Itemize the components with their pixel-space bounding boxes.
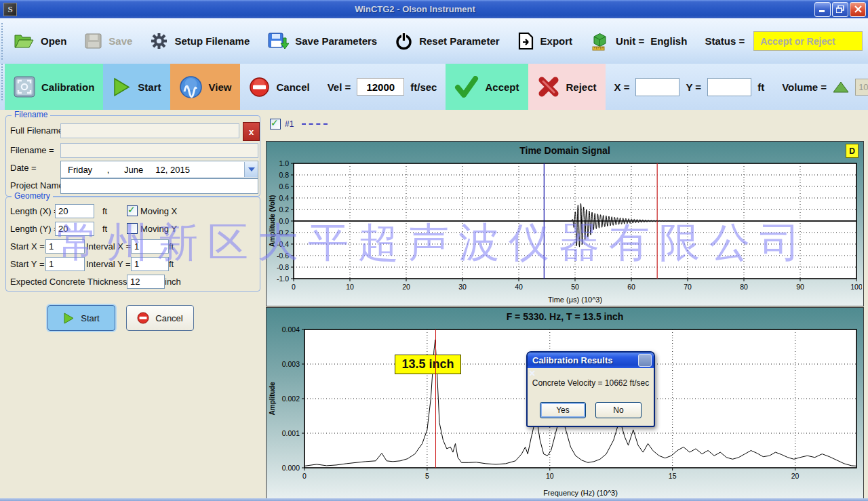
svg-text:0.2: 0.2 [279,205,289,214]
window-title: WinCTG2 - Olson Instrument [17,4,813,14]
dialog-close-button[interactable] [638,354,652,367]
panel-cancel-label: Cancel [155,313,182,323]
svg-text:-0.2: -0.2 [277,228,289,237]
moving-x-checkbox[interactable] [127,205,138,216]
date-label: Date = [10,163,37,173]
length-y-label: Length (Y) = [10,224,59,234]
toolbar-grip[interactable] [1,64,3,100]
svg-text:1.0: 1.0 [279,159,289,167]
start-button[interactable]: Start [103,64,170,110]
setup-filename-button[interactable]: Setup Filename [141,32,258,50]
coordinates-group: X = Y = ft [606,64,774,110]
setup-gear-icon [150,32,168,50]
toolbar-grip[interactable] [1,23,3,60]
save-label: Save [108,35,132,47]
cancel-button[interactable]: Cancel [240,64,318,110]
volume-label: Volume = [782,81,827,93]
charts-area: #1 Time Domain Signal D -1.0-0.8-0.6-0.4… [264,110,868,498]
start-y-label: Start Y = [10,259,44,269]
svg-text:20: 20 [402,283,410,291]
calibration-button[interactable]: Calibration [5,64,103,110]
view-button[interactable]: View [170,64,241,110]
unit-toggle-button[interactable]: Unit = English [581,31,696,51]
open-button[interactable]: Open [5,33,75,49]
status-field: Accept or Reject [753,31,863,51]
save-floppy-icon [84,33,102,49]
project-name-input[interactable] [60,178,258,194]
moving-y-checkbox[interactable] [127,223,138,234]
chevron-down-icon[interactable] [244,162,258,177]
interval-x-input[interactable] [131,239,169,254]
close-button[interactable] [850,2,866,17]
velocity-input[interactable] [357,78,404,96]
length-x-unit: ft [102,206,107,216]
unit-cube-icon [590,31,610,51]
close-panel-button[interactable]: x [243,122,260,141]
no-button[interactable]: No [595,402,642,418]
date-combobox[interactable]: Friday , June 12, 2015 [60,161,258,178]
y-input[interactable] [707,78,751,96]
accept-button[interactable]: Accept [446,64,528,110]
frequency-cursor-line[interactable] [435,329,437,468]
length-y-input[interactable] [55,222,94,236]
svg-text:Time (μs) (10^3): Time (μs) (10^3) [548,296,602,304]
reset-parameter-button[interactable]: Reset Parameter [386,32,508,50]
export-label: Export [540,35,573,47]
d-button[interactable]: D [846,144,859,158]
filename-group: Filename Full Filename = x Filename = Da… [5,115,260,197]
panel-start-button[interactable]: Start [47,305,115,331]
reset-parameter-label: Reset Parameter [419,35,499,47]
parameters-panel: Filename Full Filename = x Filename = Da… [0,110,264,498]
panel-cancel-button[interactable]: Cancel [126,305,194,331]
svg-text:40: 40 [515,283,523,291]
svg-text:0.8: 0.8 [279,171,289,179]
filename-input[interactable] [60,143,258,158]
full-filename-input[interactable] [60,123,239,138]
start-y-input[interactable] [45,257,85,271]
length-x-input[interactable] [55,204,94,218]
interval-y-input[interactable] [131,257,169,271]
length-y-unit: ft [102,224,107,234]
play-icon [63,312,75,325]
date-value: Friday , June 12, 2015 [61,165,244,175]
svg-text:0.001: 0.001 [282,429,300,437]
save-parameters-icon [267,32,289,50]
dialog-message: Concrete Velocity = 10662 ft/sec [528,378,654,388]
svg-text:30: 30 [458,283,467,291]
channel-1-legend-line [302,123,328,125]
x-label: X = [614,81,630,93]
time-domain-plot[interactable]: -1.0-0.8-0.6-0.4-0.20.00.20.40.60.81.001… [268,159,862,306]
save-button[interactable]: Save [75,33,141,49]
start-x-input[interactable] [45,239,85,254]
svg-text:-0.8: -0.8 [277,263,289,271]
svg-text:-1.0: -1.0 [277,275,289,283]
svg-text:0.002: 0.002 [282,395,300,403]
yes-button[interactable]: Yes [540,402,586,418]
restore-button[interactable] [832,2,848,17]
export-button[interactable]: Export [509,32,582,50]
moving-x-label: Moving X [140,206,177,216]
velocity-group: Vel = ft/sec [319,64,446,110]
volume-input[interactable] [855,79,868,96]
svg-text:0: 0 [302,472,307,480]
accept-check-icon [454,76,479,98]
save-parameters-button[interactable]: Save Parameters [258,32,386,50]
thickness-input[interactable] [127,275,165,289]
calibration-target-icon [14,76,35,98]
length-x-label: Length (X) = [10,206,59,216]
dialog-title-bar[interactable]: Calibration Results [528,353,654,368]
minimize-button[interactable] [814,2,831,17]
thickness-unit: inch [165,277,181,287]
interval-x-unit: ft [169,241,174,252]
svg-text:15: 15 [669,472,677,480]
reject-button[interactable]: Reject [528,64,606,110]
open-label: Open [41,35,66,47]
start-label: Start [138,81,161,93]
x-input[interactable] [635,78,679,96]
close-icon [854,5,862,13]
volume-up-icon[interactable] [833,81,849,94]
channel-1-checkbox[interactable] [270,119,281,129]
frequency-chart-panel: F = 5330. Hz, T = 13.5 inch 0.0000.0010.… [266,307,864,500]
waveform-icon [179,75,203,99]
time-domain-chart-panel: Time Domain Signal D -1.0-0.8-0.6-0.4-0.… [266,141,864,306]
